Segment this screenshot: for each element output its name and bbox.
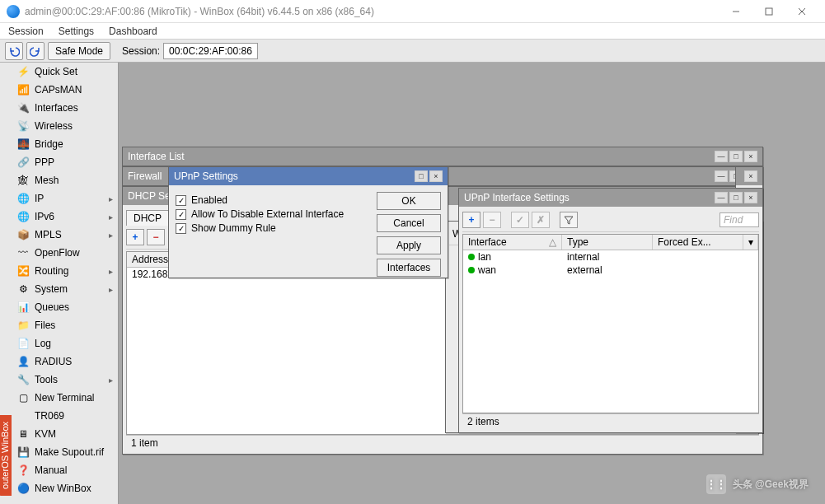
ok-button[interactable]: OK <box>377 192 441 210</box>
close-button[interactable] <box>785 3 818 20</box>
remove-button[interactable]: − <box>483 212 501 228</box>
sidebar-item-tr069[interactable]: TR069 <box>15 407 118 425</box>
session-value: 00:0C:29:AF:00:86 <box>163 43 258 59</box>
sidebar-item-new-winbox[interactable]: 🔵New WinBox <box>15 479 118 497</box>
checkbox-show-dummy-rule[interactable]: ✓Show Dummy Rule <box>176 222 368 234</box>
minimize-icon[interactable]: — <box>715 170 728 182</box>
chevron-right-icon: ▸ <box>109 194 113 203</box>
checkbox-enabled[interactable]: ✓Enabled <box>176 194 368 206</box>
sidebar-icon: 👤 <box>16 355 30 368</box>
sidebar-icon <box>16 409 30 422</box>
sidebar-item-openflow[interactable]: 〰OpenFlow <box>15 244 118 262</box>
window-titlebar-upnp-if[interactable]: UPnP Interface Settings — □ × <box>459 189 762 207</box>
sidebar-item-make-supout-rif[interactable]: 💾Make Supout.rif <box>15 443 118 461</box>
sidebar-icon: 🌐 <box>16 210 30 223</box>
chevron-right-icon: ▸ <box>109 285 113 294</box>
tab-dhcp[interactable]: DHCP <box>126 210 169 226</box>
safe-mode-button[interactable]: Safe Mode <box>48 42 110 60</box>
disable-button[interactable]: ✗ <box>532 212 550 228</box>
sidebar-item-bridge[interactable]: 🌉Bridge <box>15 135 118 153</box>
close-icon[interactable]: × <box>744 170 757 182</box>
close-icon[interactable]: × <box>744 192 757 203</box>
sidebar-item-interfaces[interactable]: 🔌Interfaces <box>15 99 118 117</box>
maximize-button[interactable] <box>752 3 785 20</box>
status-bar: 1 item <box>126 435 759 450</box>
sidebar-item-queues[interactable]: 📊Queues <box>15 298 118 316</box>
add-button[interactable]: + <box>462 212 480 228</box>
sidebar-item-label: Manual <box>35 464 67 476</box>
sidebar-item-quick-set[interactable]: ⚡Quick Set <box>15 63 118 81</box>
col-type[interactable]: Type <box>562 235 653 250</box>
apply-button[interactable]: Apply <box>377 236 441 254</box>
sidebar-item-label: Routing <box>35 265 68 277</box>
sidebar-item-kvm[interactable]: 🖥KVM <box>15 425 118 443</box>
maximize-icon[interactable]: □ <box>729 192 743 203</box>
col-forced-ext[interactable]: Forced Ex... <box>653 235 743 250</box>
menu-settings[interactable]: Settings <box>59 26 94 37</box>
maximize-icon[interactable]: □ <box>415 170 428 182</box>
sidebar-icon: 📊 <box>16 301 30 314</box>
filter-button[interactable] <box>560 212 578 228</box>
sidebar-item-system[interactable]: ⚙System▸ <box>15 280 118 298</box>
sidebar-item-label: Tools <box>35 374 58 385</box>
sidebar-item-log[interactable]: 📄Log <box>15 334 118 352</box>
sidebar-icon: 💾 <box>16 446 30 459</box>
table-row[interactable]: wan external <box>463 264 758 277</box>
sidebar-item-label: Make Supout.rif <box>35 446 104 458</box>
sidebar-icon: 🌉 <box>16 138 30 151</box>
minimize-icon[interactable]: — <box>715 192 728 203</box>
window-titlebar-interface-list[interactable]: Interface List — □ × <box>123 147 762 166</box>
find-input[interactable]: Find <box>720 212 759 227</box>
sidebar-item-tools[interactable]: 🔧Tools▸ <box>15 371 118 389</box>
undo-button[interactable] <box>5 42 23 60</box>
add-button[interactable]: + <box>126 229 144 245</box>
session-label: Session: <box>122 45 160 57</box>
col-interface[interactable]: Interface△ <box>463 235 562 250</box>
dialog-upnp-settings[interactable]: UPnP Settings □ × ✓Enabled ✓Allow To Dis… <box>168 166 448 278</box>
sidebar-icon: 📶 <box>16 83 30 96</box>
sidebar-item-mesh[interactable]: 🕸Mesh <box>15 171 118 189</box>
window-titlebar-right[interactable]: × <box>736 167 762 185</box>
checkbox-allow-disable-ext[interactable]: ✓Allow To Disable External Interface <box>176 208 368 220</box>
sidebar-item-wireless[interactable]: 📡Wireless <box>15 117 118 135</box>
sidebar-item-routing[interactable]: 🔀Routing▸ <box>15 262 118 280</box>
sidebar-item-ip[interactable]: 🌐IP▸ <box>15 189 118 208</box>
sidebar-item-label: System <box>35 283 68 295</box>
sidebar-item-manual[interactable]: ❓Manual <box>15 461 118 479</box>
window-interface-list[interactable]: Interface List — □ × <box>122 147 763 166</box>
sidebar-item-label: PPP <box>35 156 54 168</box>
table-row[interactable]: lan internal <box>463 250 758 264</box>
sidebar-item-label: Interfaces <box>35 102 78 114</box>
enable-button[interactable]: ✓ <box>511 212 529 228</box>
chevron-right-icon: ▸ <box>109 376 113 385</box>
sidebar-item-mpls[interactable]: 📦MPLS▸ <box>15 226 118 244</box>
sidebar-item-capsman[interactable]: 📶CAPsMAN <box>15 81 118 99</box>
minimize-icon[interactable]: — <box>715 151 728 162</box>
menu-dashboard[interactable]: Dashboard <box>109 26 157 37</box>
sidebar-icon: ⚡ <box>16 65 30 78</box>
sidebar-item-label: New Terminal <box>35 392 94 404</box>
remove-button[interactable]: − <box>147 229 165 245</box>
menu-session[interactable]: Session <box>8 26 44 37</box>
sidebar-icon: 🔀 <box>16 264 30 278</box>
sidebar-item-new-terminal[interactable]: ▢New Terminal <box>15 389 118 407</box>
sidebar-icon: 🌐 <box>16 192 30 205</box>
close-icon[interactable]: × <box>744 151 757 162</box>
sidebar-item-files[interactable]: 📁Files <box>15 316 118 334</box>
sidebar-item-radius[interactable]: 👤RADIUS <box>15 352 118 371</box>
interfaces-button[interactable]: Interfaces <box>377 259 441 277</box>
sidebar-vertical-tab[interactable]: outerOS WinBox <box>0 415 12 496</box>
close-icon[interactable]: × <box>429 170 443 182</box>
sidebar-item-ppp[interactable]: 🔗PPP <box>15 153 118 171</box>
window-titlebar-upnp[interactable]: UPnP Settings □ × <box>169 167 448 185</box>
maximize-icon[interactable]: □ <box>729 151 743 162</box>
col-menu-dropdown[interactable]: ▾ <box>743 235 758 250</box>
redo-button[interactable] <box>26 42 45 60</box>
sidebar-item-ipv6[interactable]: 🌐IPv6▸ <box>15 208 118 226</box>
minimize-button[interactable] <box>720 3 752 20</box>
cancel-button[interactable]: Cancel <box>377 214 441 232</box>
sidebar-item-label: OpenFlow <box>35 247 80 259</box>
sidebar-icon: 〰 <box>16 246 30 259</box>
window-upnp-interface-settings[interactable]: UPnP Interface Settings — □ × + − ✓ ✗ Fi… <box>458 188 763 433</box>
sidebar-icon: 🔧 <box>16 373 30 386</box>
